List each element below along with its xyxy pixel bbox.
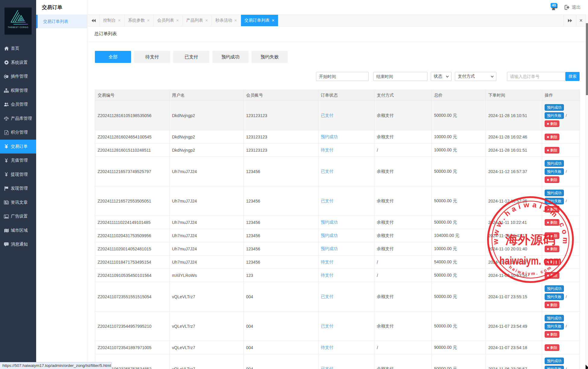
status-link[interactable]: 待支付: [321, 345, 333, 350]
tab-close-icon[interactable]: ✕: [234, 18, 237, 23]
reserve-success-button[interactable]: 预约成功: [545, 315, 564, 321]
cell-status: 已支付: [318, 282, 374, 312]
tabs-close-all-button[interactable]: ✕: [576, 15, 586, 26]
delete-button[interactable]: ✖删除: [545, 331, 559, 338]
tabs-scroll-left-button[interactable]: [87, 15, 100, 26]
submenu-item-交易订单列表[interactable]: 交易订单列表: [36, 15, 87, 28]
sidebar-item-插件管理[interactable]: 插件管理: [0, 70, 36, 84]
delete-button[interactable]: ✖删除: [545, 302, 559, 308]
delete-button[interactable]: ✖删除: [545, 246, 559, 252]
reserve-fail-button[interactable]: 预约失败: [545, 198, 564, 204]
tab-系统参数[interactable]: 系统参数✕: [125, 15, 154, 26]
sidebar-item-权限管理[interactable]: 权限管理: [0, 84, 36, 98]
notification-button[interactable]: 43: [551, 3, 558, 10]
order-no-input[interactable]: [507, 72, 565, 81]
cell-total: 50000.00 元: [432, 269, 486, 282]
search-button[interactable]: 搜索: [565, 72, 580, 81]
cell-status: 预约成功: [318, 130, 374, 144]
filter-tab-已支付[interactable]: 已支付: [173, 51, 209, 63]
tab-close-icon[interactable]: ✕: [205, 18, 208, 23]
status-link[interactable]: 预约成功: [321, 134, 338, 139]
scrollbar-thumb[interactable]: [586, 23, 588, 95]
cell-status: 预约成功: [318, 216, 374, 229]
reserve-fail-button[interactable]: 预约失败: [545, 323, 564, 330]
end-time-input[interactable]: [373, 72, 427, 81]
delete-button[interactable]: ✖删除: [545, 259, 559, 265]
start-time-input[interactable]: [316, 72, 369, 81]
tab-秒杀活动[interactable]: 秒杀活动✕: [212, 15, 241, 26]
cell-order-time: 2024-11-28 16:10:51: [486, 101, 542, 130]
reserve-fail-button[interactable]: 预约失败: [545, 293, 564, 300]
tab-close-icon[interactable]: ✕: [176, 18, 179, 23]
status-link[interactable]: 待支付: [321, 259, 333, 264]
delete-button[interactable]: ✖删除: [545, 147, 559, 153]
reserve-success-button[interactable]: 预约成功: [545, 104, 564, 111]
sidebar-item-产品库管理[interactable]: 产品库管理: [0, 112, 36, 126]
sidebar-item-提现管理[interactable]: 提现管理: [0, 168, 36, 182]
cell-account: 123456: [244, 229, 318, 242]
reserve-success-button[interactable]: 预约成功: [545, 285, 564, 292]
delete-button[interactable]: ✖删除: [545, 272, 559, 279]
delete-button[interactable]: ✖删除: [545, 134, 559, 140]
sidebar-item-系统设置[interactable]: 系统设置: [0, 56, 36, 70]
sidebar-item-label: 首页: [11, 46, 19, 51]
cell-order-id: Z2024111020014052481015: [95, 242, 170, 256]
cell-actions: ✖删除: [542, 256, 580, 269]
delete-button[interactable]: ✖删除: [545, 232, 559, 239]
pay-method-select[interactable]: 支付方式: [455, 72, 496, 81]
sidebar-item-广告设置[interactable]: 广告设置: [0, 209, 36, 224]
cell-status: 待支付: [318, 256, 374, 269]
tab-产品列表[interactable]: 产品列表✕: [183, 15, 212, 26]
sidebar-item-首页[interactable]: 首页: [0, 42, 36, 56]
vertical-scrollbar[interactable]: [586, 14, 588, 369]
sidebar-item-城市区域[interactable]: 城市区域: [0, 224, 36, 238]
reserve-success-button[interactable]: 预约成功: [545, 190, 564, 196]
sidebar-item-积分管理[interactable]: P积分管理: [0, 126, 36, 140]
reserve-success-button[interactable]: 预约成功: [545, 160, 564, 167]
status-link[interactable]: 已支付: [321, 324, 333, 328]
filter-tab-预约成功[interactable]: 预约成功: [212, 51, 249, 63]
tab-交易订单列表[interactable]: 交易订单列表✕: [241, 15, 279, 26]
tab-label: 交易订单列表: [244, 18, 270, 23]
sidebar-item-label: 发现管理: [11, 186, 28, 191]
sidebar-item-会员管理[interactable]: 会员管理: [0, 98, 36, 112]
reserve-fail-button[interactable]: 预约失败: [545, 366, 564, 369]
status-link[interactable]: 预约成功: [321, 246, 338, 251]
status-link[interactable]: 已支付: [321, 198, 333, 203]
sidebar-item-充值管理[interactable]: 充值管理: [0, 153, 36, 168]
status-link[interactable]: 预约成功: [321, 233, 338, 238]
tab-close-icon[interactable]: ✕: [147, 18, 150, 23]
recharge-yen-icon: [4, 158, 9, 163]
delete-button[interactable]: ✖删除: [545, 344, 559, 351]
reserve-success-button[interactable]: 预约成功: [545, 358, 564, 364]
tab-控制台[interactable]: 控制台✕: [100, 15, 125, 26]
delete-button[interactable]: ✖删除: [545, 206, 559, 212]
status-link[interactable]: 已支付: [321, 169, 333, 174]
reserve-fail-button[interactable]: 预约失败: [545, 112, 564, 119]
status-link[interactable]: 已支付: [321, 294, 333, 299]
gear-icon: [4, 60, 9, 65]
tab-会员列表[interactable]: 会员列表✕: [154, 15, 183, 26]
filter-tab-待支付[interactable]: 待支付: [134, 51, 170, 63]
reserve-fail-button[interactable]: 预约失败: [545, 168, 564, 175]
status-link[interactable]: 预约成功: [321, 220, 338, 225]
delete-button[interactable]: ✖删除: [545, 176, 559, 183]
cell-order-time: 2024-11-10 18:47:17: [486, 256, 542, 269]
tabs-scroll-right-button[interactable]: [564, 15, 576, 26]
delete-button[interactable]: ✖删除: [545, 120, 559, 127]
tab-close-icon[interactable]: ✕: [272, 18, 275, 23]
status-link[interactable]: 已支付: [321, 113, 333, 118]
logout-button[interactable]: 退出: [565, 4, 581, 10]
sidebar-item-资讯文章[interactable]: 资讯文章: [0, 196, 36, 210]
delete-button[interactable]: ✖删除: [545, 219, 559, 226]
filter-tab-预约失败[interactable]: 预约失败: [252, 51, 288, 63]
status-link[interactable]: 待支付: [321, 147, 333, 152]
sidebar-item-发现管理[interactable]: 发现管理: [0, 181, 36, 196]
status-select[interactable]: 状态: [431, 72, 452, 81]
filter-tab-全部[interactable]: 全部: [95, 51, 131, 63]
status-link[interactable]: 已支付: [321, 366, 333, 369]
tab-close-icon[interactable]: ✕: [118, 18, 121, 23]
status-link[interactable]: 待支付: [321, 273, 333, 278]
sidebar-item-消息通知[interactable]: 消息通知: [0, 237, 36, 252]
sidebar-item-交易订单[interactable]: 交易订单: [0, 140, 36, 154]
